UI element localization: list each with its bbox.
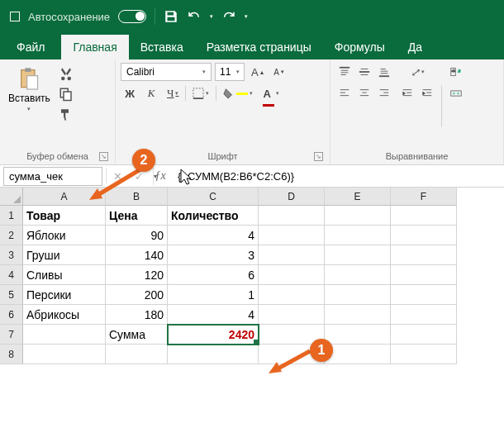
- cell[interactable]: [23, 325, 106, 345]
- borders-button[interactable]: ▾: [189, 84, 212, 102]
- tab-insert[interactable]: Вставка: [129, 35, 195, 59]
- row-header[interactable]: 6: [0, 305, 23, 325]
- align-top-button[interactable]: [335, 63, 354, 81]
- cell[interactable]: Абрикосы: [23, 305, 106, 325]
- tab-formulas[interactable]: Формулы: [323, 35, 397, 59]
- cell[interactable]: 4: [168, 226, 259, 245]
- cell[interactable]: 200: [106, 285, 168, 305]
- cell[interactable]: [259, 305, 325, 325]
- col-header[interactable]: F: [391, 188, 457, 206]
- save-button[interactable]: [164, 9, 178, 24]
- redo-button[interactable]: [221, 9, 236, 24]
- cell[interactable]: [259, 265, 325, 285]
- italic-button[interactable]: К: [142, 84, 160, 102]
- cell[interactable]: [259, 226, 325, 245]
- tab-file[interactable]: Файл: [0, 35, 61, 59]
- cell[interactable]: 120: [106, 265, 168, 285]
- cell[interactable]: [391, 265, 457, 285]
- tab-page-layout[interactable]: Разметка страницы: [195, 35, 323, 59]
- cell[interactable]: [391, 226, 457, 245]
- font-color-button[interactable]: A▾: [259, 84, 282, 102]
- cell[interactable]: [259, 245, 325, 265]
- increase-indent-button[interactable]: [418, 84, 436, 102]
- cell[interactable]: [325, 285, 391, 305]
- col-header[interactable]: D: [259, 188, 325, 206]
- cell[interactable]: [325, 325, 391, 345]
- align-right-button[interactable]: [375, 84, 393, 102]
- select-all-corner[interactable]: [0, 188, 23, 206]
- cell[interactable]: 4: [168, 305, 259, 325]
- row-header[interactable]: 2: [0, 226, 23, 245]
- cell[interactable]: 180: [106, 305, 168, 325]
- autosave-toggle[interactable]: [118, 10, 146, 23]
- cell[interactable]: [325, 245, 391, 265]
- insert-function-button[interactable]: ƒx: [150, 169, 171, 183]
- cell[interactable]: [259, 206, 325, 226]
- cell[interactable]: [325, 206, 391, 226]
- cell[interactable]: Цена: [106, 206, 168, 226]
- cell[interactable]: [391, 305, 457, 325]
- cell[interactable]: 140: [106, 245, 168, 265]
- spreadsheet-grid[interactable]: 1 2 3 4 5 6 7 8 ABCDEF ТоварЦенаКоличест…: [0, 188, 504, 364]
- col-header[interactable]: C: [168, 188, 259, 206]
- cell[interactable]: [23, 345, 106, 364]
- align-bottom-button[interactable]: [375, 63, 393, 81]
- cell[interactable]: [325, 226, 391, 245]
- row-header[interactable]: 4: [0, 265, 23, 285]
- font-size-selector[interactable]: 11▾: [215, 63, 245, 81]
- wrap-text-button[interactable]: ab: [447, 63, 465, 81]
- cell[interactable]: Сумма: [106, 325, 168, 345]
- tab-data[interactable]: Да: [397, 35, 434, 59]
- align-center-button[interactable]: [355, 84, 373, 102]
- undo-button[interactable]: [187, 9, 202, 24]
- undo-dropdown-icon[interactable]: ▾: [210, 13, 213, 20]
- increase-font-button[interactable]: A▴: [248, 63, 267, 81]
- cell[interactable]: 90: [106, 226, 168, 245]
- cell[interactable]: Персики: [23, 285, 106, 305]
- cell[interactable]: Сливы: [23, 265, 106, 285]
- cut-button[interactable]: [59, 66, 74, 83]
- cell[interactable]: [325, 345, 391, 364]
- dialog-launcher-icon[interactable]: ↘: [314, 152, 323, 161]
- fill-color-button[interactable]: ▾: [220, 84, 256, 102]
- font-name-selector[interactable]: Calibri▾: [121, 63, 212, 81]
- cell[interactable]: 6: [168, 265, 259, 285]
- row-header[interactable]: 3: [0, 245, 23, 265]
- cell[interactable]: 3: [168, 245, 259, 265]
- merge-center-button[interactable]: [447, 84, 465, 102]
- underline-button[interactable]: Ч▾: [164, 84, 182, 102]
- decrease-indent-button[interactable]: [398, 84, 416, 102]
- dialog-launcher-icon[interactable]: ↘: [99, 152, 108, 161]
- tab-home[interactable]: Главная: [61, 35, 128, 59]
- cell[interactable]: Количество: [168, 206, 259, 226]
- cell[interactable]: [106, 345, 168, 364]
- cell[interactable]: [168, 345, 259, 364]
- cell[interactable]: [325, 305, 391, 325]
- cell[interactable]: [391, 325, 457, 345]
- cell[interactable]: Груши: [23, 245, 106, 265]
- cell[interactable]: [391, 345, 457, 364]
- cell[interactable]: Товар: [23, 206, 106, 226]
- col-header[interactable]: E: [325, 188, 391, 206]
- copy-button[interactable]: [59, 87, 74, 104]
- formula-input[interactable]: {=СУММ(B2:B6*C2:C6)}: [171, 165, 504, 187]
- paste-button[interactable]: Вставить ▾: [5, 63, 54, 114]
- row-header[interactable]: 7: [0, 325, 23, 345]
- decrease-font-button[interactable]: A▾: [270, 63, 288, 81]
- cell[interactable]: [259, 285, 325, 305]
- cell[interactable]: 1: [168, 285, 259, 305]
- align-middle-button[interactable]: [355, 63, 373, 81]
- row-header[interactable]: 1: [0, 206, 23, 226]
- align-left-button[interactable]: [335, 84, 354, 102]
- cell[interactable]: [391, 245, 457, 265]
- redo-dropdown-icon[interactable]: ▾: [245, 13, 248, 20]
- format-painter-button[interactable]: [59, 107, 74, 125]
- cell[interactable]: Яблоки: [23, 226, 106, 245]
- row-header[interactable]: 5: [0, 285, 23, 305]
- cell[interactable]: [391, 285, 457, 305]
- cell[interactable]: [325, 265, 391, 285]
- bold-button[interactable]: Ж: [121, 84, 139, 102]
- row-header[interactable]: 8: [0, 345, 23, 364]
- cell[interactable]: 2420: [168, 325, 259, 345]
- orientation-button[interactable]: ⤢▾: [398, 63, 436, 81]
